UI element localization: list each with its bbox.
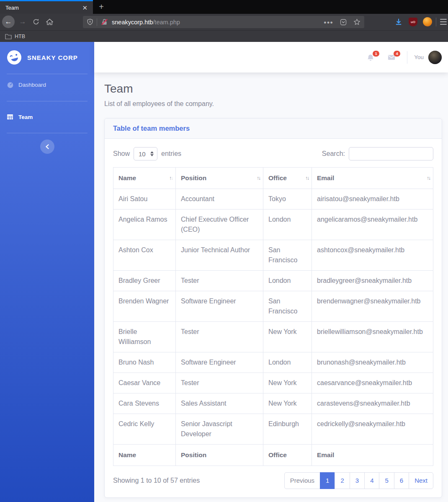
insecure-lock-icon[interactable]	[101, 18, 108, 26]
smiley-wink-logo-icon	[5, 48, 23, 67]
table-row[interactable]: Bradley Greer Tester London bradleygreer…	[113, 271, 433, 291]
browser-tab-team[interactable]: Team ✕	[0, 0, 93, 14]
page-length-select[interactable]: 10	[134, 147, 157, 160]
cell-office: San Francisco	[263, 291, 312, 322]
table-row[interactable]: Cara Stevens Sales Assistant New York ca…	[113, 393, 433, 414]
table-info: Showing 1 to 10 of 57 entries	[113, 477, 200, 484]
footer-header-office: Office	[263, 445, 312, 466]
back-button[interactable]: ←	[2, 16, 15, 28]
column-header-name[interactable]: Name ↑↓	[113, 168, 176, 189]
team-table-card: Table of team members Show 10 entries	[104, 118, 442, 498]
table-row[interactable]: Airi Satou Accountant Tokyo airisatou@sn…	[113, 189, 433, 210]
foxyproxy-icon[interactable]	[423, 17, 432, 26]
cell-office: New York	[263, 322, 312, 352]
page-number-button[interactable]: 3	[350, 472, 365, 489]
cell-position: Sales Assistant	[176, 393, 263, 414]
web-page: SNEAKY CORP Dashboard Team	[0, 42, 448, 502]
messages-button[interactable]: 4	[381, 54, 402, 61]
bookmark-star-icon[interactable]	[353, 18, 360, 26]
bookmarks-bar: HTB	[0, 30, 448, 42]
main-area: 1 4 You Team List of all employees of th…	[94, 42, 448, 502]
bookmark-folder-htb[interactable]: HTB	[15, 34, 25, 39]
tab-title: Team	[5, 5, 79, 11]
new-tab-button[interactable]: +	[96, 2, 107, 12]
url-host: sneakycorp.htb	[112, 19, 153, 26]
ublock-origin-icon[interactable]: uO	[409, 18, 417, 26]
column-header-office[interactable]: Office ↑↓	[263, 168, 312, 189]
team-table: Name ↑↓ Position ↑↓ Office ↑↓	[113, 167, 433, 466]
page-number-button[interactable]: 4	[364, 472, 379, 489]
user-name: You	[414, 54, 424, 60]
previous-page-button[interactable]: Previous	[284, 472, 320, 489]
search-input[interactable]	[349, 147, 433, 160]
page-number-button[interactable]: 1	[320, 472, 335, 489]
page-content: Team List of all employees of the compan…	[94, 72, 448, 498]
sort-desc-icon: ↓	[428, 175, 430, 181]
user-menu[interactable]: You	[414, 51, 442, 64]
reload-icon[interactable]	[31, 17, 41, 27]
cell-name: Bradley Greer	[113, 271, 176, 291]
cell-office: London	[263, 210, 312, 240]
sidebar-brand[interactable]: SNEAKY CORP	[0, 42, 94, 74]
pocket-icon[interactable]	[340, 19, 347, 26]
urlbar-divider	[97, 18, 97, 26]
browser-toolbar: ← → sneakycorp.htb /team.php ●●●	[0, 14, 448, 30]
table-row[interactable]: Angelica Ramos Chief Executive Officer (…	[113, 210, 433, 240]
pagination: Previous 123456 Next	[284, 472, 433, 489]
cell-name: Cedric Kelly	[113, 414, 176, 445]
cell-email: briellewilliamson@sneakymailer.htb	[312, 322, 433, 352]
cell-email: carastevens@sneakymailer.htb	[312, 393, 433, 414]
browser-titlebar: Team ✕ +	[0, 0, 448, 14]
cell-name: Angelica Ramos	[113, 210, 176, 240]
page-number-button[interactable]: 6	[394, 472, 409, 489]
column-header-position[interactable]: Position ↑↓	[176, 168, 263, 189]
page-actions-icon[interactable]: ●●●	[324, 20, 333, 25]
url-path: /team.php	[153, 19, 180, 26]
table-footer-row: Name Position Office Email	[113, 445, 433, 466]
cell-email: airisatou@sneakymailer.htb	[312, 189, 433, 210]
page-number-button[interactable]: 5	[379, 472, 394, 489]
cell-email: caesarvance@sneakymailer.htb	[312, 373, 433, 393]
table-row[interactable]: Bruno Nash Software Engineer London brun…	[113, 352, 433, 373]
alerts-badge: 1	[373, 51, 379, 57]
cell-position: Tester	[176, 322, 263, 352]
topbar: 1 4 You	[94, 42, 448, 72]
forward-button[interactable]: →	[18, 17, 28, 27]
column-header-email[interactable]: Email ↑↓	[312, 168, 433, 189]
cell-name: Caesar Vance	[113, 373, 176, 393]
downloads-icon[interactable]	[394, 17, 404, 27]
browser-chrome: Team ✕ + ← → sneakycorp.htb /team.php ●●…	[0, 0, 448, 42]
sort-desc-icon: ↓	[171, 175, 173, 181]
table-row[interactable]: Cedric Kelly Senior Javascript Developer…	[113, 414, 433, 445]
cell-email: bradleygreer@sneakymailer.htb	[312, 271, 433, 291]
table-row[interactable]: Brenden Wagner Software Engineer San Fra…	[113, 291, 433, 322]
menu-hamburger-icon[interactable]	[440, 19, 447, 25]
home-icon[interactable]	[44, 17, 54, 27]
brand-name: SNEAKY CORP	[27, 54, 78, 61]
table-row[interactable]: Brielle Williamson Tester New York briel…	[113, 322, 433, 352]
cell-office: Edinburgh	[263, 414, 312, 445]
avatar[interactable]	[428, 51, 442, 64]
sidebar-collapse-button[interactable]	[40, 140, 54, 154]
messages-badge: 4	[394, 51, 400, 57]
table-row[interactable]: Ashton Cox Junior Technical Author San F…	[113, 240, 433, 271]
cell-email: angelicaramos@sneakymailer.htb	[312, 210, 433, 240]
tab-close-icon[interactable]: ✕	[79, 4, 90, 11]
search-label: Search:	[322, 150, 345, 158]
alerts-button[interactable]: 1	[360, 54, 381, 61]
cell-office: New York	[263, 373, 312, 393]
card-body: Show 10 entries Search:	[105, 139, 442, 497]
sidebar-item-label: Dashboard	[18, 82, 46, 88]
page-title: Team	[104, 82, 442, 96]
url-bar[interactable]: sneakycorp.htb /team.php ●●●	[83, 16, 364, 28]
sidebar-item-team[interactable]: Team	[0, 106, 94, 128]
cell-email: brunonash@sneakymailer.htb	[312, 352, 433, 373]
next-page-button[interactable]: Next	[409, 472, 433, 489]
table-row[interactable]: Caesar Vance Tester New York caesarvance…	[113, 373, 433, 393]
sidebar-item-label: Team	[18, 114, 33, 120]
sidebar-item-dashboard[interactable]: Dashboard	[0, 74, 94, 96]
cell-position: Software Engineer	[176, 291, 263, 322]
toolbar-divider	[436, 18, 436, 26]
page-number-button[interactable]: 2	[335, 472, 350, 489]
tracking-protection-shield-icon[interactable]	[87, 18, 93, 26]
